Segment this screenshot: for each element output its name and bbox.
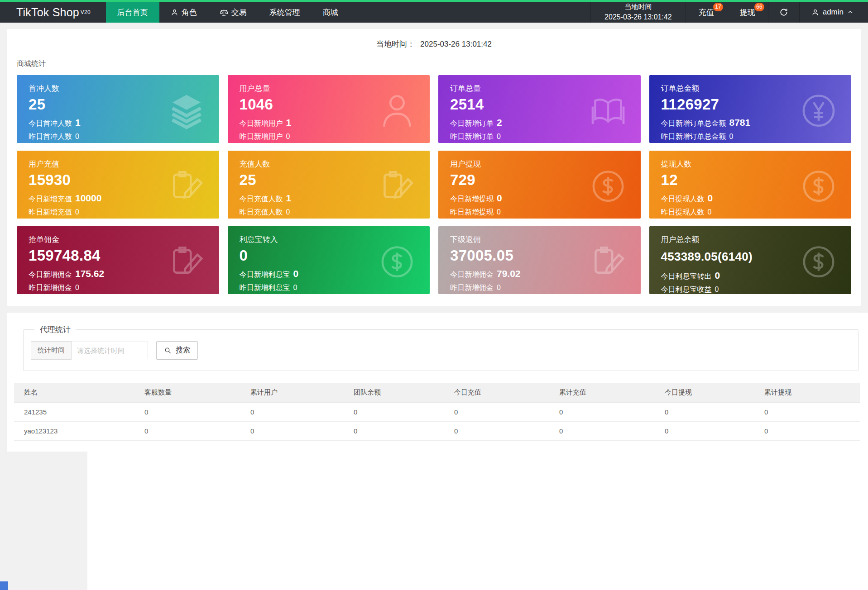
table-cell: 0 <box>660 422 760 441</box>
stat-yesterday-value: 0 <box>708 208 712 216</box>
book-icon <box>587 90 629 132</box>
stat-today-value: 0 <box>497 193 502 203</box>
stat-today-label: 今日充值人数 <box>240 195 283 203</box>
agent-statistics-panel: 代理统计 统计时间 搜索 姓名客服数量累计用户团队余额今日充值累计充值今日提现累… <box>7 313 861 452</box>
stat-card-title: 用户总余额 <box>661 234 797 245</box>
stat-card-value: 729 <box>450 171 586 189</box>
table-cell: 0 <box>349 422 450 441</box>
stat-card-value: 25 <box>29 96 165 113</box>
local-time-line: 当地时间：2025-03-26 13:01:42 <box>17 34 851 59</box>
stat-yesterday-value: 0 <box>715 285 719 293</box>
stat-card-yesterday-line: 昨日新增充值0 <box>29 208 165 217</box>
nav-item-roles[interactable]: 角色 <box>159 2 208 23</box>
stat-card-value: 25 <box>240 171 376 189</box>
refresh-button[interactable] <box>768 2 799 23</box>
stat-card-title: 用户提现 <box>450 159 586 169</box>
stat-card-yesterday-line: 昨日新增提现0 <box>450 208 586 217</box>
stat-today-value: 0 <box>293 268 299 279</box>
stat-card-title: 用户充值 <box>29 159 165 169</box>
brand-logo[interactable]: TikTok Shop V20 <box>0 2 106 23</box>
column-header: 姓名 <box>14 383 140 403</box>
stat-today-value: 175.62 <box>75 268 104 279</box>
stat-card: 提现人数12今日提现人数0昨日提现人数0 <box>649 151 852 219</box>
column-header: 累计用户 <box>246 383 349 403</box>
stat-card: 订单总量2514今日新增订单2昨日新增订单0 <box>438 75 641 143</box>
stat-time-input[interactable] <box>71 342 148 359</box>
stat-today-value: 8781 <box>729 117 751 128</box>
clipboard-pen-icon <box>166 241 207 283</box>
stat-card: 订单总金额1126927今日新增订单总金额8781昨日新增订单总金额0 <box>649 75 852 143</box>
yen-circle-icon <box>798 90 839 132</box>
withdraw-button[interactable]: 提现 66 <box>727 2 768 23</box>
stat-yesterday-value: 0 <box>75 284 79 291</box>
withdraw-label: 提现 <box>740 7 755 18</box>
stat-card-title: 订单总金额 <box>661 83 797 94</box>
stat-card-today-line: 今日新增佣金79.02 <box>450 268 586 280</box>
stat-today-value: 10000 <box>75 193 101 203</box>
user-menu[interactable]: admin <box>799 2 868 23</box>
layers-icon <box>166 90 207 132</box>
nav-item-home[interactable]: 后台首页 <box>106 2 159 23</box>
stat-card-today-line: 今日新增订单总金额8781 <box>661 117 797 128</box>
stat-card: 下级返佣37005.05今日新增佣金79.02昨日新增佣金0 <box>438 226 641 294</box>
stat-card-today-line: 今日首冲人数1 <box>29 117 165 128</box>
stat-card-yesterday-line: 昨日新增利息宝0 <box>240 283 376 293</box>
stat-today-value: 0 <box>708 193 713 203</box>
mall-statistics-panel: 当地时间：2025-03-26 13:01:42 商城统计 首冲人数25今日首冲… <box>7 29 861 306</box>
table-cell: 0 <box>555 422 660 441</box>
stat-card-today-line: 今日新增用户1 <box>240 117 376 128</box>
stat-card: 用户提现729今日新增提现0昨日新增提现0 <box>438 151 641 219</box>
nav-item-system[interactable]: 系统管理 <box>258 2 312 23</box>
stat-card-yesterday-line: 昨日首冲人数0 <box>29 132 165 142</box>
stat-card-title: 下级返佣 <box>450 234 586 245</box>
clipboard-pen-icon <box>587 241 629 283</box>
withdraw-badge: 66 <box>754 3 764 11</box>
stat-yesterday-label: 今日利息宝收益 <box>661 285 712 293</box>
stat-yesterday-label: 昨日新增佣金 <box>29 284 72 291</box>
stat-yesterday-value: 0 <box>286 133 290 140</box>
stat-card-yesterday-line: 昨日新增佣金0 <box>450 283 586 293</box>
stat-card: 利息宝转入0今日新增利息宝0昨日新增利息宝0 <box>228 226 430 294</box>
stat-cards-grid: 首冲人数25今日首冲人数1昨日首冲人数0用户总量1046今日新增用户1昨日新增用… <box>17 75 851 294</box>
stat-card-title: 用户总量 <box>240 83 376 94</box>
stat-card: 用户充值15930今日新增充值10000昨日新增充值0 <box>17 151 219 219</box>
clipboard-pen-icon <box>376 166 418 207</box>
person-icon <box>376 90 418 132</box>
stat-card-today-line: 今日新增订单2 <box>450 117 586 128</box>
stat-card: 用户总量1046今日新增用户1昨日新增用户0 <box>228 75 430 143</box>
stat-card-title: 抢单佣金 <box>29 234 165 245</box>
local-time-line-label: 当地时间： <box>376 40 415 48</box>
stat-card-today-line: 今日新增佣金175.62 <box>29 268 165 280</box>
stat-card-yesterday-line: 昨日充值人数0 <box>240 208 376 217</box>
stat-card-title: 利息宝转入 <box>240 234 376 245</box>
stat-yesterday-value: 0 <box>75 133 79 140</box>
stat-today-label: 今日首冲人数 <box>29 119 72 127</box>
nav-item-mall[interactable]: 商城 <box>312 2 350 23</box>
agent-table-header-row: 姓名客服数量累计用户团队余额今日充值累计充值今日提现累计提现 <box>14 383 860 403</box>
stat-card-title: 提现人数 <box>661 159 797 169</box>
stat-card-title: 订单总量 <box>450 83 586 94</box>
stat-card-value: 1126927 <box>661 96 797 113</box>
stat-card-value: 453389.05(6140) <box>661 247 797 266</box>
nav-item-trade[interactable]: 交易 <box>208 2 258 23</box>
nav-menu: 后台首页角色交易系统管理商城 <box>106 2 350 23</box>
stat-today-label: 今日新增用户 <box>240 119 283 127</box>
column-header: 客服数量 <box>140 383 246 403</box>
stat-yesterday-label: 昨日提现人数 <box>661 208 705 216</box>
table-cell: 241235 <box>14 403 140 422</box>
stat-yesterday-value: 0 <box>286 208 290 216</box>
stat-card: 用户总余额453389.05(6140)今日利息宝转出0今日利息宝收益0 <box>649 226 852 294</box>
stat-card-today-line: 今日新增利息宝0 <box>240 268 376 280</box>
column-header: 累计充值 <box>555 383 660 403</box>
search-button[interactable]: 搜索 <box>156 341 198 360</box>
stat-today-label: 今日新增利息宝 <box>240 271 290 278</box>
recharge-badge: 17 <box>713 3 723 11</box>
person-icon <box>171 9 178 16</box>
stat-card-value: 12 <box>661 171 797 189</box>
stat-yesterday-value: 0 <box>293 284 297 291</box>
chevron-up-icon <box>847 9 854 15</box>
agent-statistics-fieldset: 代理统计 统计时间 搜索 <box>23 324 858 371</box>
table-cell: 0 <box>760 403 860 422</box>
stat-yesterday-label: 昨日新增用户 <box>240 133 283 140</box>
recharge-button[interactable]: 充值 17 <box>686 2 727 23</box>
